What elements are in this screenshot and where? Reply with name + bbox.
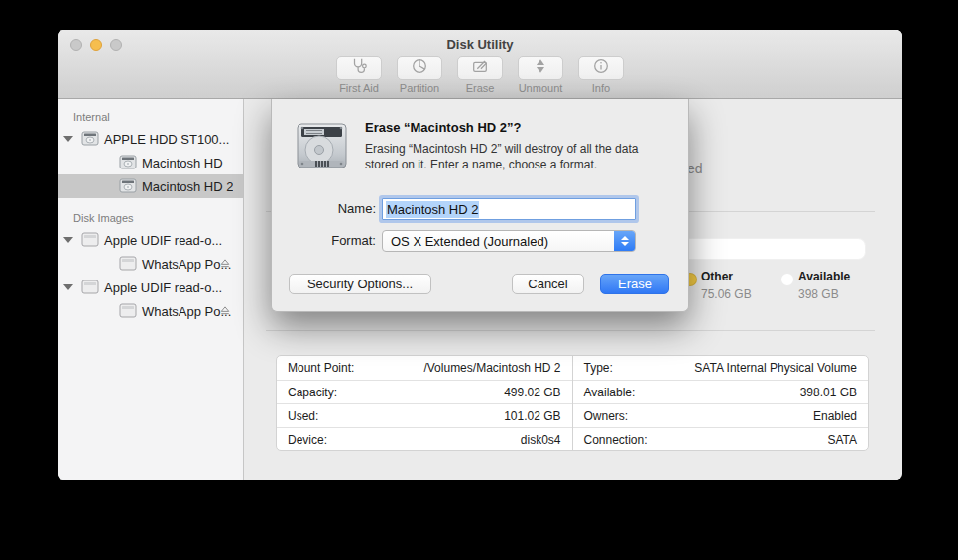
sidebar-section-disk-images: Disk Images	[58, 208, 243, 228]
info-row-mount-point: Mount Point: /Volumes/Macintosh HD 2	[277, 356, 572, 380]
partition-icon	[411, 57, 428, 79]
disk-image-icon	[119, 256, 137, 274]
erase-button[interactable]: Erase	[600, 274, 669, 294]
cancel-button[interactable]: Cancel	[512, 274, 584, 294]
disclosure-triangle-icon[interactable]	[63, 136, 73, 142]
volume-icon	[119, 178, 137, 196]
sidebar-item-whatsapp-1[interactable]: WhatsApp Po...	[58, 252, 243, 276]
info-value: 101.02 GB	[504, 409, 560, 423]
sidebar-item-label: WhatsApp Po...	[58, 304, 231, 319]
info-table-left: Mount Point: /Volumes/Macintosh HD 2 Cap…	[277, 356, 573, 450]
name-input-value: Macintosh HD 2	[386, 201, 479, 218]
info-row-available: Available: 398.01 GB	[573, 380, 869, 403]
info-value: disk0s4	[521, 433, 561, 447]
content-area: Internal APPLE HDD ST100... Macintosh HD	[58, 99, 902, 480]
sidebar-item-macintosh-hd[interactable]: Macintosh HD	[58, 151, 243, 174]
toolbar-item-erase[interactable]: Erase	[454, 56, 506, 94]
hard-drive-icon	[294, 117, 350, 177]
divider	[266, 330, 875, 331]
partition-button[interactable]	[397, 56, 442, 80]
info-row-device: Device: disk0s4	[277, 427, 572, 451]
info-row-type: Type: SATA Internal Physical Volume	[573, 356, 869, 380]
sidebar-item-apple-udif-1[interactable]: Apple UDIF read-o...	[58, 228, 243, 252]
security-options-button[interactable]: Security Options...	[289, 274, 431, 294]
info-label: Connection:	[584, 433, 648, 447]
toolbar-item-partition[interactable]: Partition	[394, 56, 445, 94]
info-icon	[592, 57, 610, 79]
sidebar-item-apple-hdd[interactable]: APPLE HDD ST100...	[58, 127, 243, 151]
sidebar-item-macintosh-hd-2[interactable]: Macintosh HD 2	[58, 174, 243, 198]
legend-label-other: Other	[701, 270, 733, 283]
name-label: Name:	[272, 201, 376, 216]
disk-image-icon	[81, 232, 99, 250]
info-label: Owners:	[584, 409, 629, 423]
disk-image-icon	[81, 280, 99, 297]
info-label: Device:	[288, 433, 327, 447]
info-table-right: Type: SATA Internal Physical Volume Avai…	[573, 356, 869, 450]
sidebar: Internal APPLE HDD ST100... Macintosh HD	[58, 99, 244, 480]
info-label: Capacity:	[288, 386, 337, 399]
disclosure-triangle-icon[interactable]	[63, 237, 73, 243]
sidebar-section-internal: Internal	[58, 107, 243, 127]
info-value: SATA	[827, 433, 857, 447]
dialog-message: Erasing “Macintosh HD 2” will destroy of…	[365, 141, 672, 172]
info-label: Available:	[584, 386, 636, 399]
toolbar-label: Unmount	[519, 82, 563, 94]
titlebar: Disk Utility First Aid	[58, 30, 902, 99]
sidebar-item-label: Macintosh HD 2	[58, 179, 233, 194]
disk-utility-window: Disk Utility First Aid	[58, 30, 902, 480]
info-row-capacity: Capacity: 499.02 GB	[277, 380, 572, 403]
info-row-connection: Connection: SATA	[573, 427, 869, 451]
disclosure-triangle-icon[interactable]	[63, 284, 73, 290]
sidebar-item-label: WhatsApp Po...	[58, 257, 231, 272]
eject-icon[interactable]	[219, 258, 231, 273]
sidebar-item-whatsapp-2[interactable]: WhatsApp Po...	[58, 299, 243, 323]
erase-toolbar-button[interactable]	[457, 56, 503, 80]
volume-info-table: Mount Point: /Volumes/Macintosh HD 2 Cap…	[276, 355, 869, 451]
info-label: Mount Point:	[288, 361, 354, 375]
unmount-button[interactable]	[518, 56, 563, 80]
dialog-title: Erase “Macintosh HD 2”?	[365, 120, 522, 135]
info-label: Used:	[288, 409, 318, 423]
toolbar: First Aid Partition	[58, 56, 902, 94]
format-select-value: OS X Extended (Journaled)	[391, 234, 548, 249]
info-value: Enabled	[813, 409, 857, 423]
format-label: Format:	[272, 233, 376, 248]
sidebar-item-label: Macintosh HD	[58, 156, 223, 170]
window-title: Disk Utility	[58, 37, 902, 52]
info-row-used: Used: 101.02 GB	[277, 403, 572, 427]
info-value: SATA Internal Physical Volume	[694, 361, 857, 375]
info-value: /Volumes/Macintosh HD 2	[423, 361, 560, 375]
volume-subtitle-fragment: ed	[687, 161, 703, 176]
info-row-owners: Owners: Enabled	[573, 403, 869, 427]
format-select[interactable]: OS X Extended (Journaled)	[382, 230, 636, 252]
info-value: 499.02 GB	[504, 386, 560, 399]
first-aid-icon	[350, 57, 368, 79]
disk-image-icon	[119, 303, 137, 321]
erase-icon	[471, 57, 489, 79]
erase-dialog: Erase “Macintosh HD 2”? Erasing “Macinto…	[271, 99, 689, 312]
legend-label-available: Available	[798, 270, 850, 283]
toolbar-label: Partition	[400, 82, 439, 94]
info-button[interactable]	[578, 56, 624, 80]
toolbar-item-first-aid[interactable]: First Aid	[333, 56, 385, 94]
volume-icon	[119, 155, 137, 172]
toolbar-label: First Aid	[339, 82, 379, 94]
name-input[interactable]: Macintosh HD 2	[382, 198, 636, 220]
legend-value-other: 75.06 GB	[701, 287, 752, 301]
legend-dot-available	[780, 273, 794, 286]
info-label: Type:	[584, 361, 613, 375]
toolbar-item-info[interactable]: Info	[575, 56, 627, 94]
legend-value-available: 398 GB	[798, 287, 839, 301]
sidebar-item-apple-udif-2[interactable]: Apple UDIF read-o...	[58, 276, 243, 299]
eject-icon[interactable]	[219, 305, 231, 320]
popup-stepper-icon	[614, 231, 635, 251]
info-value: 398.01 GB	[800, 386, 857, 399]
screen-background: Disk Utility First Aid	[0, 0, 958, 560]
toolbar-label: Info	[592, 82, 610, 94]
unmount-icon	[532, 57, 549, 79]
toolbar-item-unmount[interactable]: Unmount	[515, 56, 566, 94]
first-aid-button[interactable]	[336, 56, 382, 80]
toolbar-label: Erase	[466, 82, 495, 94]
hdd-icon	[81, 131, 99, 149]
